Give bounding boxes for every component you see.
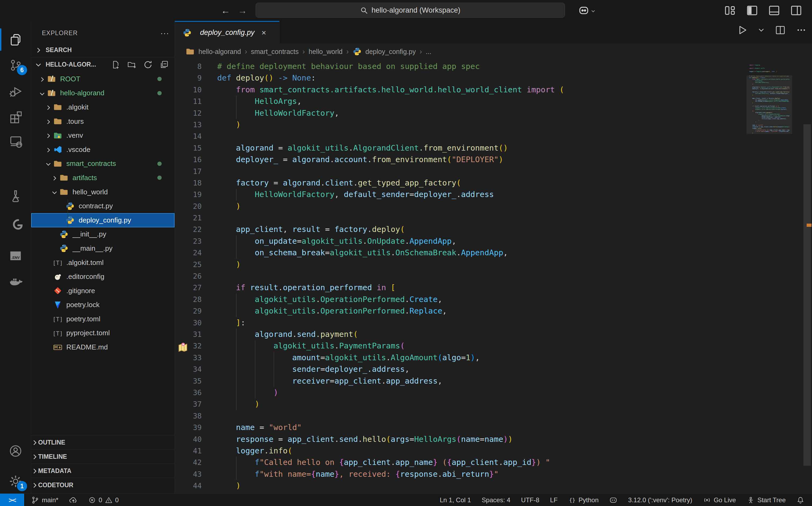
status-eol[interactable]: LF (550, 496, 558, 504)
line-number[interactable]: 16 (175, 154, 201, 165)
line-number[interactable]: 43 (175, 469, 201, 480)
tree-item--init-py[interactable]: __init__.py (31, 227, 174, 242)
line-number[interactable]: 8 (175, 61, 201, 72)
tree-item--editorconfig[interactable]: .editorconfig (31, 269, 174, 284)
activity-docker[interactable] (0, 269, 31, 294)
chevron-right-icon[interactable] (44, 117, 53, 125)
vertical-scrollbar[interactable] (802, 60, 812, 493)
line-number[interactable]: 31 (175, 329, 201, 340)
code-line-18[interactable]: 18 factory = algorand.client.get_typed_a… (175, 177, 747, 189)
chevron-right-icon[interactable] (44, 146, 53, 154)
code-line-22[interactable]: 22 app_client, result = factory.deploy( (175, 224, 747, 235)
line-number[interactable]: 11 (175, 96, 201, 107)
collapse-all-button[interactable] (160, 60, 169, 69)
line-number[interactable]: 26 (175, 270, 201, 282)
line-number[interactable]: 34 (175, 363, 201, 375)
code-line-8[interactable]: 8# define deployment behaviour based on … (175, 61, 747, 72)
section-metadata[interactable]: METADATA (31, 463, 174, 478)
line-number[interactable]: 29 (175, 305, 201, 317)
code-line-39[interactable]: 39 name = "world" (175, 422, 747, 433)
activity-testing[interactable] (0, 183, 31, 208)
code-line-30[interactable]: 30 ]: (175, 317, 747, 329)
chevron-right-icon[interactable] (50, 174, 59, 182)
line-number[interactable]: 28 (175, 294, 201, 305)
breadcrumb-item[interactable]: hello_world (309, 48, 342, 56)
tree-item-smart-contracts[interactable]: smart_contracts (31, 157, 174, 171)
code-line-33[interactable]: 33 amount=algokit_utils.AlgoAmount(algo=… (175, 352, 747, 363)
minimap-slider[interactable] (746, 75, 792, 134)
line-number[interactable]: 27 (175, 282, 201, 293)
code-line-29[interactable]: 29 algokit_utils.OperationPerformed.Repl… (175, 305, 747, 317)
copilot-icon[interactable] (578, 4, 590, 17)
tree-item-root[interactable]: ROOT (31, 72, 174, 86)
activity-source-control[interactable]: 6 (0, 52, 31, 78)
chevron-right-icon[interactable] (44, 103, 53, 111)
tree-item-artifacts[interactable]: artifacts (31, 171, 174, 185)
code-line-24[interactable]: 24 on_schema_break=algokit_utils.OnSchem… (175, 247, 747, 258)
status-go-live[interactable]: Go Live (703, 496, 736, 504)
chevron-right-icon[interactable] (44, 131, 53, 140)
tree-item-poetry-lock[interactable]: poetry.lock (31, 298, 174, 312)
tree-item--main-py[interactable]: __main__.py (31, 241, 174, 256)
tree-item--algokit[interactable]: .algokit (31, 100, 174, 114)
code-line-40[interactable]: 40 response = app_client.send.hello(args… (175, 433, 747, 445)
status-publish-changes[interactable] (69, 496, 78, 504)
code-line-11[interactable]: 11 HelloArgs, (175, 96, 747, 107)
code-line-26[interactable]: 26 (175, 270, 747, 282)
activity-remote-explorer[interactable] (0, 128, 31, 154)
chevron-down-icon[interactable] (50, 188, 59, 196)
line-number[interactable]: 20 (175, 200, 201, 212)
tree-item-pyproject-toml[interactable]: [T]pyproject.toml (31, 326, 174, 340)
status-language-mode[interactable]: {}Python (568, 496, 599, 504)
section-timeline[interactable]: TIMELINE (31, 449, 174, 464)
new-file-button[interactable] (111, 60, 120, 69)
line-number[interactable]: 23 (175, 235, 201, 247)
new-folder-button[interactable] (127, 60, 137, 69)
code-line-9[interactable]: 9def deploy() -> None: (175, 72, 747, 84)
chevron-down-icon[interactable] (44, 159, 53, 168)
toggle-sidebar[interactable] (746, 4, 758, 18)
line-number[interactable]: 37 (175, 398, 201, 410)
code-line-35[interactable]: 35 receiver=app_client.app_address, (175, 375, 747, 387)
line-number[interactable]: 38 (175, 410, 201, 422)
status-remote-indicator[interactable]: >< (0, 494, 24, 506)
code-line-13[interactable]: 13 ) (175, 119, 747, 131)
sidebar-more-actions[interactable]: ··· (160, 28, 169, 37)
code-line-34[interactable]: 34 sender=deployer_.address, (175, 363, 747, 375)
line-number[interactable]: 12 (175, 107, 201, 119)
line-number[interactable]: 21 (175, 212, 201, 224)
line-number[interactable]: 13 (175, 119, 201, 131)
split-editor[interactable] (775, 25, 786, 35)
code-line-41[interactable]: 41 logger.info( (175, 445, 747, 456)
refresh-button[interactable] (143, 60, 153, 69)
line-number[interactable]: 44 (175, 480, 201, 492)
activity-explorer[interactable] (0, 27, 31, 52)
tab-deploy-config[interactable]: deploy_config.py × (175, 21, 279, 44)
code-line-43[interactable]: 43 f"with name={name}, received: {respon… (175, 469, 747, 480)
activity-run-debug[interactable] (0, 78, 31, 104)
line-number[interactable]: 36 (175, 387, 201, 398)
code-line-32[interactable]: 32 algokit_utils.PaymentParams( (175, 340, 747, 352)
line-number[interactable]: 18 (175, 177, 201, 189)
code-line-42[interactable]: 42 f"Called hello on {app_client.app_nam… (175, 456, 747, 468)
code-line-25[interactable]: 25 ) (175, 259, 747, 270)
code-line-10[interactable]: 10 from smart_contracts.artifacts.hello_… (175, 84, 747, 96)
code-line-27[interactable]: 27 if result.operation_performed in [ (175, 282, 747, 293)
section-codetour[interactable]: CODETOUR (31, 478, 174, 492)
breadcrumb-item[interactable]: deploy_config.py (366, 48, 416, 56)
code-line-38[interactable]: 38 (175, 410, 747, 422)
tree-item-poetry-toml[interactable]: [T]poetry.toml (31, 312, 174, 326)
tree-item-deploy-config-py[interactable]: deploy_config.py (31, 213, 174, 227)
breadcrumb-item[interactable]: smart_contracts (251, 48, 299, 56)
toggle-panel[interactable] (768, 4, 780, 18)
line-number[interactable]: 39 (175, 422, 201, 433)
code-line-23[interactable]: 23 on_update=algokit_utils.OnUpdate.Appe… (175, 235, 747, 247)
more-actions[interactable] (796, 25, 807, 35)
activity-dotenv[interactable]: .ENV (0, 243, 31, 268)
code-line-28[interactable]: 28 algokit_utils.OperationPerformed.Crea… (175, 294, 747, 305)
status-cursor-position[interactable]: Ln 1, Col 1 (440, 496, 471, 504)
status-notifications[interactable] (796, 496, 805, 504)
tree-item--venv[interactable]: .venv (31, 128, 174, 143)
code-line-31[interactable]: 31 algorand.send.payment( (175, 329, 747, 340)
command-center-search[interactable]: hello-algorand (Workspace) (256, 3, 565, 18)
